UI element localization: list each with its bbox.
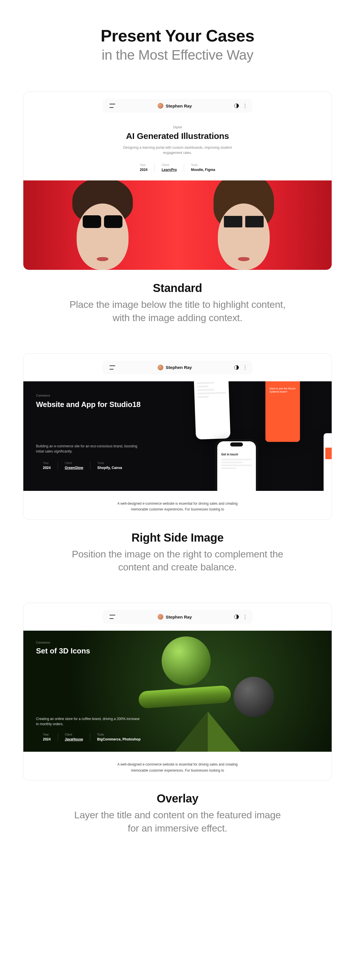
case-desc: Building an e-commerce site for an eco-c…: [36, 444, 145, 454]
navbar-inner: Stephen Ray: [103, 99, 252, 113]
face-right: [211, 186, 277, 270]
navbar-inner: Stephen Ray: [103, 610, 252, 624]
more-icon[interactable]: [245, 615, 245, 619]
meta-client: Client GreenGlow: [57, 461, 90, 470]
meta-tools: Tools BigCommerce, Photoshop: [90, 733, 148, 741]
page: Present Your Cases in the Most Effective…: [0, 0, 355, 870]
sunglasses-icon: [81, 215, 124, 228]
face-left: [70, 186, 136, 270]
meta-label: Client: [65, 733, 83, 736]
section-desc: Layer the title and content on the featu…: [70, 808, 285, 835]
case-title: Set of 3D Icons: [36, 646, 319, 655]
meta-client: Client JavaHouse: [57, 733, 90, 741]
navbar-right: [234, 614, 245, 619]
phone-screen-title: Get in touch: [221, 453, 252, 456]
phone-mockup: [323, 433, 332, 491]
meta-value: 2024: [140, 168, 148, 172]
avatar: [158, 364, 163, 371]
section-desc: Place the image below the title to highl…: [70, 298, 285, 325]
author-brand[interactable]: Stephen Ray: [158, 103, 192, 109]
meta-label: Tools: [97, 461, 122, 465]
menu-icon[interactable]: [110, 366, 115, 369]
case-title: AI Generated Illustrations: [35, 131, 320, 141]
author-name: Stephen Ray: [166, 614, 192, 619]
section-title: Overlay: [23, 792, 332, 805]
meta-value[interactable]: JavaHouse: [65, 737, 83, 741]
case-category: Commerce: [36, 641, 319, 644]
menu-icon[interactable]: [110, 615, 115, 619]
case-preview-text: A well-designed e-commerce website is es…: [97, 491, 258, 519]
author-brand[interactable]: Stephen Ray: [158, 364, 192, 371]
hero-subtitle: in the Most Effective Way: [23, 47, 332, 63]
case-card-overlay: Stephen Ray Commerce Set of 3D Icons Cre…: [23, 603, 332, 781]
case-category: Digital: [35, 126, 320, 129]
phone-mockup: Get in touch: [215, 439, 258, 491]
case-desc: Creating an online store for a coffee br…: [36, 716, 140, 727]
case-body: Digital AI Generated Illustrations Desig…: [23, 119, 332, 180]
meta-value: 2024: [43, 737, 51, 741]
case-meta: Year 2024 Client JavaHouse Tools BigComm…: [36, 733, 319, 741]
meta-label: Tools: [191, 164, 215, 167]
author-name: Stephen Ray: [166, 365, 192, 370]
case-meta: Year 2024 Client LearnPro Tools Moodle, …: [35, 164, 320, 172]
avatar: [158, 103, 163, 109]
meta-tools: Tools Moodle, Figma: [184, 164, 222, 172]
case-text-left: Commerce Website and App for Studio18 Bu…: [23, 381, 177, 491]
meta-tools: Tools Shopify, Canva: [90, 461, 129, 470]
meta-label: Client: [162, 164, 177, 167]
author-brand[interactable]: Stephen Ray: [158, 614, 192, 620]
meta-value: Moodle, Figma: [191, 168, 215, 172]
meta-value[interactable]: LearnPro: [162, 168, 177, 172]
meta-year: Year 2024: [36, 733, 57, 741]
case-card-standard: Stephen Ray Digital AI Generated Illustr…: [23, 92, 332, 270]
case-desc: Designing a learning portal with custom …: [114, 145, 241, 155]
meta-label: Client: [65, 461, 83, 465]
meta-value: 2024: [43, 466, 51, 470]
meta-client: Client LearnPro: [154, 164, 184, 172]
phone-text: Want to join the Recon Systems team?: [269, 387, 296, 394]
navbar: Stephen Ray: [23, 603, 332, 631]
case-body: Commerce Website and App for Studio18 Bu…: [23, 381, 332, 491]
case-hero-image: [23, 180, 332, 270]
meta-year: Year 2024: [133, 164, 154, 172]
phone-mockup: Want to join the Recon Systems team?: [265, 381, 300, 442]
case-category: Commerce: [36, 394, 165, 397]
case-preview-text: A well-designed e-commerce website is es…: [97, 752, 258, 780]
author-name: Stephen Ray: [166, 103, 192, 108]
navbar-inner: Stephen Ray: [103, 361, 252, 374]
hero-title: Present Your Cases: [23, 26, 332, 45]
section-title: Right Side Image: [23, 531, 332, 544]
hero-header: Present Your Cases in the Most Effective…: [23, 26, 332, 63]
sunglasses-icon: [222, 215, 265, 228]
case-image-right: Want to join the Recon Systems team? Get…: [177, 381, 332, 491]
meta-label: Tools: [97, 733, 141, 736]
section-title: Standard: [23, 282, 332, 294]
meta-label: Year: [140, 164, 148, 167]
meta-label: Year: [43, 461, 51, 465]
menu-icon[interactable]: [110, 104, 115, 108]
meta-value: BigCommerce, Photoshop: [97, 737, 141, 741]
theme-toggle-icon[interactable]: [234, 365, 239, 370]
avatar: [158, 614, 163, 620]
navbar-right: [234, 365, 245, 370]
case-meta: Year 2024 Client GreenGlow Tools Shopify…: [36, 461, 165, 470]
navbar: Stephen Ray: [23, 354, 332, 381]
phone-notch: [230, 442, 243, 447]
case-card-right-image: Stephen Ray Commerce Website and App for…: [23, 353, 332, 520]
meta-year: Year 2024: [36, 461, 57, 470]
theme-toggle-icon[interactable]: [234, 614, 239, 619]
case-overlay-content: Commerce Set of 3D Icons Creating an onl…: [36, 641, 319, 741]
meta-value[interactable]: GreenGlow: [65, 466, 83, 470]
meta-value: Shopify, Canva: [97, 466, 122, 470]
meta-label: Year: [43, 733, 51, 736]
phone-mockup: [194, 381, 231, 439]
section-desc: Position the image on the right to compl…: [70, 548, 285, 574]
more-icon[interactable]: [245, 365, 245, 369]
theme-toggle-icon[interactable]: [234, 103, 239, 108]
navbar: Stephen Ray: [23, 92, 332, 119]
case-overlay-body: Commerce Set of 3D Icons Creating an onl…: [23, 631, 332, 752]
navbar-right: [234, 103, 245, 108]
more-icon[interactable]: [245, 104, 245, 108]
case-title: Website and App for Studio18: [36, 400, 165, 409]
